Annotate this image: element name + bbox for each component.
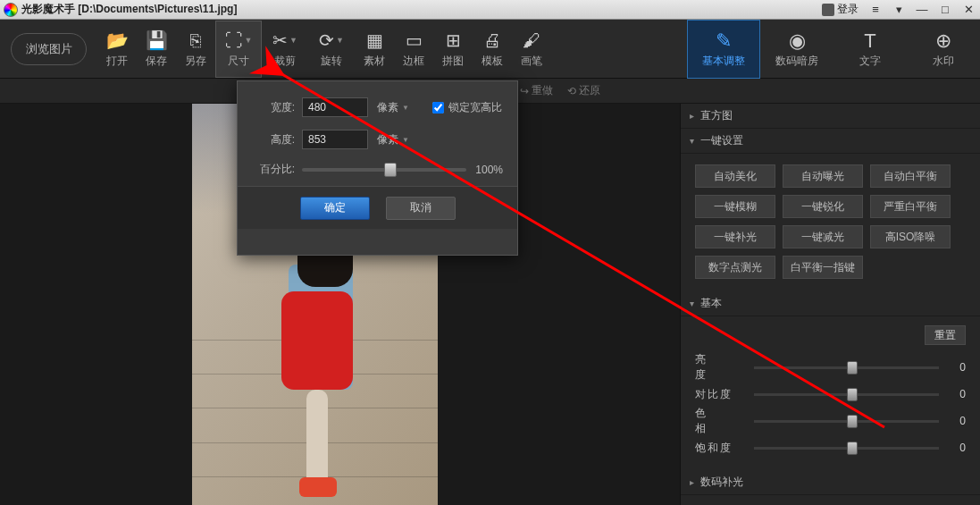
percent-value: 100% (475, 164, 503, 176)
lock-aspect-input[interactable] (432, 102, 444, 114)
ok-button[interactable]: 确定 (300, 197, 370, 220)
basic-section[interactable]: ▾ 基本 (681, 291, 980, 316)
menu-button[interactable]: ≡ (864, 1, 887, 19)
tool-label: 拼图 (442, 54, 464, 69)
resize-dialog: 宽度: 像素▼ 锁定宽高比 高度: 像素▼ 百分比: 100% 确定 取消 (237, 80, 518, 256)
param-row: 对比度0 (695, 381, 966, 408)
preset-一键锐化[interactable]: 一键锐化 (783, 195, 863, 218)
preset-一键减光[interactable]: 一键减光 (783, 225, 863, 248)
login-button[interactable]: 登录 (822, 2, 859, 17)
oneclick-section[interactable]: ▾ 一键设置 (681, 129, 980, 154)
chevron-right-icon: ▸ (690, 477, 700, 487)
user-icon (822, 4, 834, 16)
tab-icon: ⊕ (935, 29, 951, 54)
preset-数字点测光[interactable]: 数字点测光 (695, 256, 775, 279)
preset-一键模糊[interactable]: 一键模糊 (695, 195, 775, 218)
tab-icon: T (864, 29, 875, 54)
param-row: 饱和度0 (695, 434, 966, 461)
param-value: 0 (948, 442, 966, 454)
tool-icon: ✂▼ (272, 29, 297, 52)
slider-thumb[interactable] (847, 388, 858, 401)
tool-尺寸[interactable]: ⛶▼尺寸 (215, 21, 262, 78)
tool-icon: ▭ (406, 29, 423, 52)
tab-label: 文字 (859, 54, 881, 69)
tool-label: 模板 (482, 54, 503, 69)
tool-素材[interactable]: ▦素材 (355, 21, 394, 78)
tool-另存[interactable]: ⎘另存 (176, 21, 215, 78)
tool-画笔[interactable]: 🖌画笔 (512, 21, 551, 78)
tab-基本调整[interactable]: ✎基本调整 (687, 20, 760, 79)
preset-自动白平衡[interactable]: 自动白平衡 (870, 164, 951, 188)
digital-fill-section[interactable]: ▸ 数码补光 (681, 470, 980, 495)
cancel-button[interactable]: 取消 (386, 197, 456, 220)
tab-icon: ◉ (789, 29, 806, 54)
preset-自动曝光[interactable]: 自动曝光 (783, 164, 863, 188)
tool-label: 另存 (185, 54, 206, 69)
browse-images-button[interactable]: 浏览图片 (11, 33, 87, 65)
param-value: 0 (948, 388, 966, 400)
tool-icon: ⛶▼ (225, 29, 253, 52)
tool-裁剪[interactable]: ✂▼裁剪 (262, 21, 308, 78)
tool-icon: 🖨 (483, 29, 501, 52)
tool-旋转[interactable]: ⟳▼旋转 (308, 21, 355, 78)
tool-label: 旋转 (321, 54, 342, 69)
preset-自动美化[interactable]: 自动美化 (695, 164, 775, 188)
param-row: 亮 度0 (695, 354, 966, 381)
slider-thumb[interactable] (384, 163, 397, 177)
param-label: 饱和度 (695, 441, 745, 456)
tab-label: 基本调整 (702, 54, 745, 69)
lock-aspect-checkbox[interactable]: 锁定宽高比 (432, 100, 502, 115)
height-input[interactable] (302, 130, 368, 149)
tool-icon: 💾 (146, 29, 168, 52)
slider-thumb[interactable] (847, 415, 858, 428)
chevron-right-icon: ▸ (690, 111, 700, 121)
close-button[interactable]: ✕ (957, 1, 980, 19)
param-label: 对比度 (695, 387, 745, 402)
height-unit-select[interactable]: 像素▼ (377, 132, 409, 147)
param-slider[interactable] (754, 366, 939, 369)
app-logo-icon (4, 3, 18, 17)
redo-button[interactable]: ↪重做 (520, 83, 553, 98)
slider-thumb[interactable] (847, 442, 858, 455)
height-label: 高度: (252, 132, 295, 147)
tool-icon: ⎘ (190, 29, 201, 52)
slider-thumb[interactable] (847, 361, 858, 375)
param-label: 色 相 (695, 406, 745, 436)
preset-高ISO降噪[interactable]: 高ISO降噪 (870, 225, 951, 248)
histogram-section[interactable]: ▸ 直方图 (681, 104, 980, 129)
tab-数码暗房[interactable]: ◉数码暗房 (760, 20, 833, 79)
tool-拼图[interactable]: ⊞拼图 (433, 21, 473, 78)
title-bar: 光影魔术手 [D:\Documents\Pictures\11.jpg] 登录 … (0, 0, 980, 20)
width-label: 宽度: (252, 100, 295, 115)
tab-水印[interactable]: ⊕水印 (907, 20, 980, 79)
preset-白平衡一指键[interactable]: 白平衡一指键 (783, 256, 863, 279)
dropdown-button[interactable]: ▾ (887, 1, 910, 19)
minimize-button[interactable]: — (910, 1, 934, 19)
param-slider[interactable] (754, 420, 939, 423)
tool-icon: ⊞ (446, 29, 461, 52)
tool-label: 边框 (403, 54, 424, 69)
preset-严重白平衡[interactable]: 严重白平衡 (870, 195, 951, 218)
tool-label: 裁剪 (274, 54, 296, 69)
width-unit-select[interactable]: 像素▼ (377, 100, 409, 115)
param-slider[interactable] (754, 447, 939, 450)
preset-一键补光[interactable]: 一键补光 (695, 225, 775, 248)
tool-打开[interactable]: 📂打开 (97, 21, 137, 78)
maximize-button[interactable]: □ (934, 1, 957, 19)
tool-label: 打开 (106, 54, 128, 69)
tab-文字[interactable]: T文字 (833, 20, 907, 79)
param-slider[interactable] (754, 393, 939, 396)
reset-button[interactable]: 重置 (925, 325, 966, 345)
main-toolbar: 浏览图片 📂打开💾保存⎘另存⛶▼尺寸✂▼裁剪⟳▼旋转▦素材▭边框⊞拼图🖨模板🖌画… (0, 20, 980, 79)
restore-button[interactable]: ⟲还原 (567, 83, 600, 98)
tool-边框[interactable]: ▭边框 (394, 21, 433, 78)
app-title: 光影魔术手 [D:\Documents\Pictures\11.jpg] (21, 2, 237, 17)
param-value: 0 (948, 415, 966, 427)
tool-icon: ▦ (366, 29, 383, 52)
percent-slider[interactable] (302, 168, 466, 172)
tool-模板[interactable]: 🖨模板 (473, 21, 512, 78)
tool-保存[interactable]: 💾保存 (137, 21, 176, 78)
tool-icon: 🖌 (523, 29, 540, 52)
width-input[interactable] (302, 97, 368, 117)
percent-label: 百分比: (252, 162, 295, 177)
